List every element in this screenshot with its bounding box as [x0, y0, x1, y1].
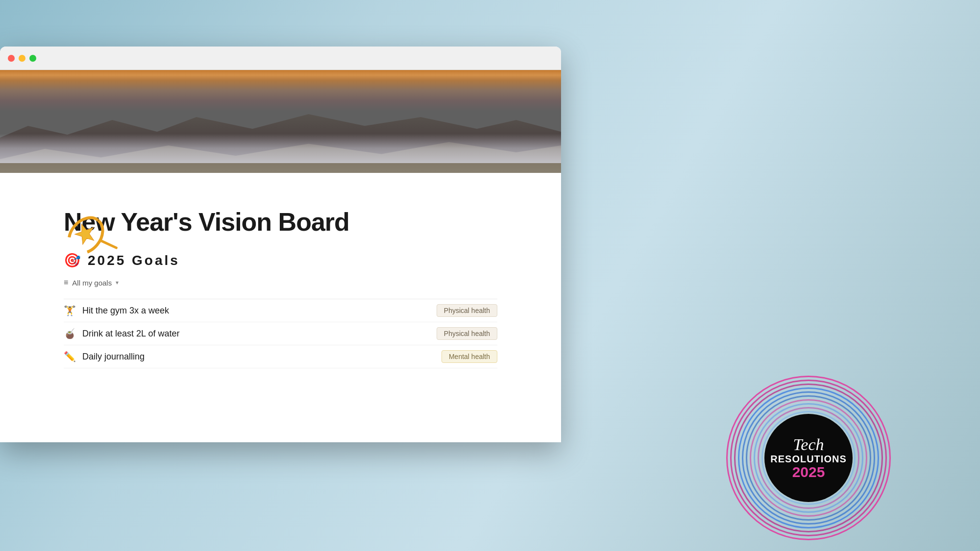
badge-resolutions-label: RESOLUTIONS	[770, 453, 846, 465]
goal-item-gym: 🏋 Hit the gym 3x a week Physical health	[64, 299, 497, 322]
goal-item-water: 🧉 Drink at least 2L of water Physical he…	[64, 322, 497, 345]
gym-icon: 🏋	[64, 305, 75, 316]
goal-left-water: 🧉 Drink at least 2L of water	[64, 328, 179, 339]
goal-left-gym: 🏋 Hit the gym 3x a week	[64, 305, 169, 316]
minimize-button[interactable]	[19, 55, 25, 62]
badge-year-label: 2025	[792, 465, 825, 479]
goals-heading: 🎯 2025 Goals	[64, 252, 497, 268]
tech-resolutions-badge: Tech RESOLUTIONS 2025	[725, 375, 892, 541]
badge-tech-label: Tech	[793, 436, 824, 453]
filter-row[interactable]: ≡ All my goals ▾	[64, 278, 497, 287]
journal-icon: ✏️	[64, 351, 75, 362]
goal-tag-mental[interactable]: Mental health	[441, 350, 497, 363]
goal-left-journal: ✏️ Daily journalling	[64, 351, 145, 362]
page-title: New Year's Vision Board	[64, 207, 497, 237]
goal-item-journal: ✏️ Daily journalling Mental health	[64, 345, 497, 368]
browser-chrome	[0, 47, 561, 70]
goal-tag-physical-1[interactable]: Physical health	[437, 304, 497, 317]
chevron-down-icon: ▾	[116, 279, 119, 286]
browser-window: New Year's Vision Board 🎯 2025 Goals ≡ A…	[0, 47, 561, 442]
badge-inner: Tech RESOLUTIONS 2025	[764, 414, 853, 502]
close-button[interactable]	[8, 55, 15, 62]
filter-list-icon: ≡	[64, 278, 68, 287]
maximize-button[interactable]	[29, 55, 36, 62]
hero-image	[0, 70, 561, 173]
water-icon: 🧉	[64, 328, 75, 339]
goal-tag-physical-2[interactable]: Physical health	[437, 327, 497, 340]
goal-text-water: Drink at least 2L of water	[82, 329, 179, 339]
goal-text-journal: Daily journalling	[82, 352, 145, 362]
traffic-lights	[8, 55, 36, 62]
svg-line-2	[100, 237, 116, 252]
water-mist	[0, 134, 561, 163]
goal-text-gym: Hit the gym 3x a week	[82, 306, 169, 316]
